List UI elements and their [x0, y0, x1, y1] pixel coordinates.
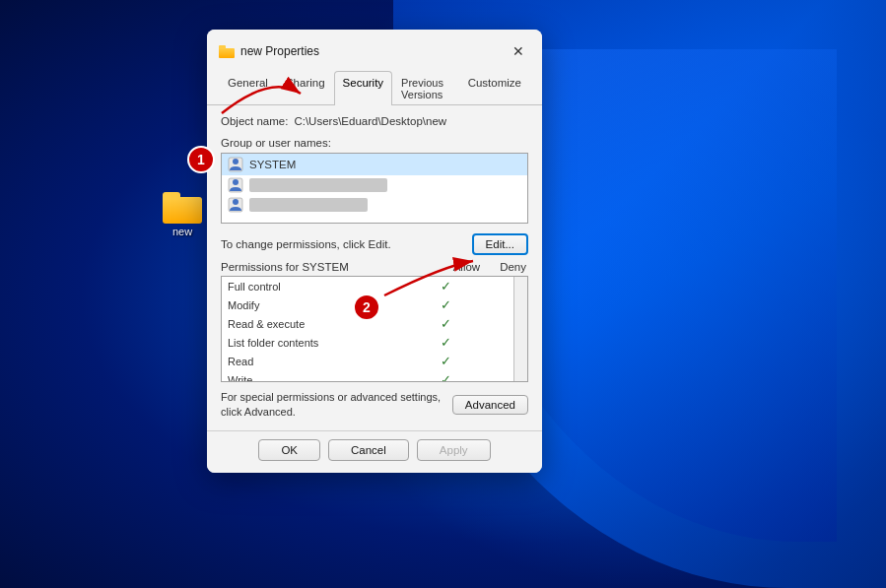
user-item-system[interactable]: SYSTEM [222, 154, 527, 175]
perm-row-write: Write ✓ [222, 370, 527, 382]
folder-label: new [172, 226, 192, 237]
svg-point-5 [233, 179, 239, 185]
perm-allow-write: ✓ [421, 372, 470, 382]
user-icon-blurred2 [228, 197, 243, 213]
perms-scrollbar[interactable] [513, 277, 527, 381]
perm-name: Read & execute [228, 318, 421, 330]
change-perms-text: To change permissions, click Edit. [221, 238, 391, 250]
permissions-label: Permissions for SYSTEM [221, 261, 349, 273]
tab-customize[interactable]: Customize [459, 71, 530, 105]
annotation-1: 1 [187, 146, 215, 173]
title-left: new Properties [219, 44, 319, 58]
svg-point-3 [233, 159, 239, 164]
desktop: new 1 2 new Properties [0, 0, 886, 588]
users-list: SYSTEM [221, 153, 528, 224]
arrow-1 [212, 64, 310, 123]
special-perms-row: For special permissions or advanced sett… [221, 390, 528, 421]
perm-row-read: Read ✓ [222, 352, 527, 370]
title-folder-icon [219, 45, 235, 58]
group-label: Group or user names: [221, 137, 528, 149]
perm-row-listfolder: List folder contents ✓ [222, 333, 527, 352]
user-item-blurred2[interactable] [222, 195, 527, 215]
user-icon-system [228, 157, 243, 172]
cancel-button[interactable]: Cancel [328, 439, 409, 461]
bottom-buttons: OK Cancel Apply [207, 430, 542, 473]
perm-allow-read: ✓ [421, 354, 470, 368]
desktop-folder[interactable]: new [163, 192, 202, 237]
object-name-value: C:\Users\Eduard\Desktop\new [294, 115, 446, 127]
annotation-2: 2 [353, 294, 380, 321]
perm-allow-listfolder: ✓ [421, 335, 470, 350]
perm-name: Write [228, 374, 421, 383]
ok-button[interactable]: OK [258, 439, 320, 461]
close-button[interactable]: ✕ [507, 39, 530, 63]
user-icon-blurred1 [228, 177, 243, 193]
folder-icon [163, 192, 202, 224]
arrow-2 [375, 246, 493, 305]
user-name-system: SYSTEM [249, 159, 296, 170]
special-perms-text: For special permissions or advanced sett… [221, 390, 444, 421]
svg-point-7 [233, 199, 239, 205]
dialog-title: new Properties [240, 44, 319, 58]
deny-label: Deny [500, 261, 526, 273]
user-item-blurred1[interactable] [222, 175, 527, 195]
blur-block-2 [249, 198, 368, 212]
perm-allow-readexecute: ✓ [421, 316, 470, 331]
perm-name: List folder contents [228, 337, 421, 349]
advanced-button[interactable]: Advanced [452, 395, 528, 415]
perm-name: Read [228, 356, 421, 367]
apply-button[interactable]: Apply [417, 439, 491, 461]
tab-security[interactable]: Security [334, 71, 393, 105]
blur-block-1 [249, 178, 387, 192]
tab-previous-versions[interactable]: Previous Versions [392, 71, 459, 105]
